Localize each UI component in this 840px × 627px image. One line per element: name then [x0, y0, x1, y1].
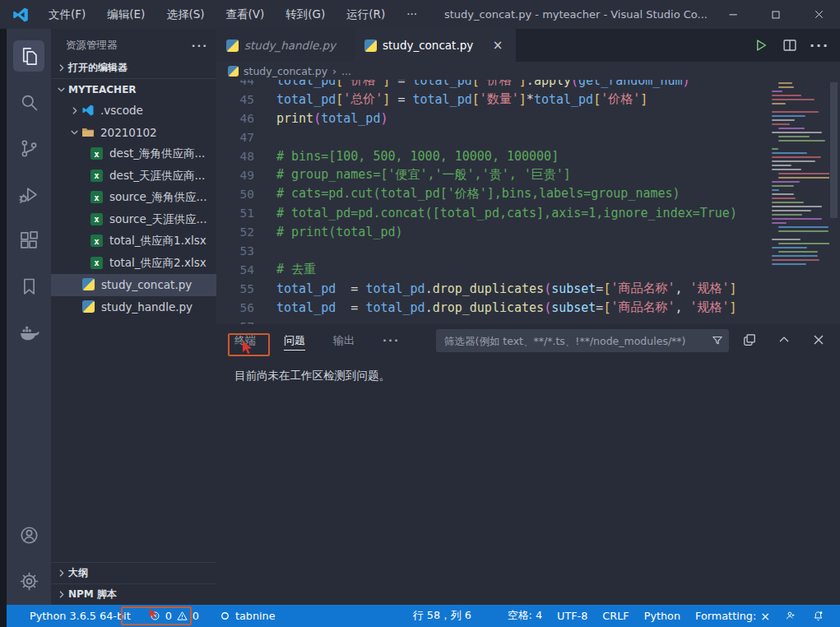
code-line: 57: [216, 317, 769, 324]
section-npm-scripts[interactable]: NPM 脚本: [51, 583, 216, 605]
section-outline[interactable]: 大纲: [51, 562, 216, 583]
run-button[interactable]: [748, 33, 773, 58]
tab-study-concat[interactable]: study_concat.py ×: [355, 29, 516, 62]
tree-item[interactable]: xdest_天涯供应商...: [51, 165, 216, 188]
panel-more-tabs-icon[interactable]: ···: [383, 324, 400, 357]
run-debug-icon[interactable]: [10, 175, 48, 213]
menu-more[interactable]: ···: [396, 0, 428, 29]
tree-item[interactable]: 20210102: [51, 122, 216, 144]
source-control-icon[interactable]: [10, 129, 48, 167]
menu-bar: 文件(F) 编辑(E) 选择(S) 查看(V) 转到(G) 运行(R) ···: [38, 0, 428, 29]
language-status[interactable]: Python: [637, 605, 688, 627]
docker-icon[interactable]: [10, 314, 48, 351]
minimap-line: [772, 255, 818, 257]
tree-item-label: source_天涯供应...: [109, 212, 207, 227]
code-token: # 去重: [276, 262, 316, 277]
python-interpreter-status[interactable]: Python 3.6.5 64-bit: [23, 605, 137, 627]
search-icon[interactable]: [10, 83, 48, 121]
minimap[interactable]: [769, 80, 829, 321]
extensions-icon[interactable]: [10, 221, 48, 259]
more-actions-icon[interactable]: ···: [807, 33, 832, 58]
code-token: ]: [640, 92, 647, 107]
menu-file[interactable]: 文件(F): [38, 0, 96, 29]
minimap-line: [772, 276, 829, 277]
code-token: total_pd: [276, 92, 336, 107]
code-token: '价格': [601, 91, 640, 107]
tab-study-handle[interactable]: study_handle.py: [216, 29, 355, 62]
code-token: total_pd: [276, 80, 336, 88]
tab-close-icon[interactable]: ×: [490, 38, 506, 53]
minimap-line: [778, 251, 818, 253]
panel-tab-problems[interactable]: 问题: [284, 324, 305, 357]
panel-tab-output[interactable]: 输出: [333, 324, 355, 357]
menu-selection[interactable]: 选择(S): [155, 0, 215, 29]
tree-item[interactable]: xdest_海角供应商...: [51, 143, 216, 165]
tree-item[interactable]: xtotal_供应商2.xlsx: [51, 253, 216, 275]
eol-status[interactable]: CRLF: [595, 605, 636, 627]
minimap-line: [778, 140, 825, 142]
menu-run[interactable]: 运行(R): [336, 0, 396, 29]
excel-icon: x: [90, 213, 104, 226]
minimap-line: [772, 280, 829, 281]
tree-item[interactable]: .vscode: [51, 100, 216, 122]
notifications-bell-icon[interactable]: [805, 605, 832, 627]
close-button[interactable]: [797, 0, 840, 29]
section-root-folder[interactable]: MYTEACHER: [51, 78, 216, 100]
breadcrumb[interactable]: study_concat.py › ...: [216, 62, 840, 80]
code-line: 44total_pd['价格'] = total_pd['价格'].apply(…: [216, 80, 769, 90]
minimap-line: [772, 144, 829, 146]
encoding-status[interactable]: UTF-8: [550, 605, 595, 627]
panel-tab-terminal[interactable]: 终端: [234, 324, 256, 357]
indentation-status[interactable]: 空格: 4: [500, 605, 550, 627]
sidebar-more-actions[interactable]: ···: [192, 39, 208, 52]
tree-item[interactable]: study_concat.py: [51, 274, 216, 296]
code-token: print: [276, 111, 313, 126]
section-open-editors[interactable]: 打开的编辑器: [51, 57, 216, 78]
excel-icon: x: [90, 235, 104, 248]
tree-item[interactable]: xsource_海角供应...: [51, 187, 216, 209]
status-left-strip: [0, 605, 7, 627]
minimap-line: [772, 300, 829, 302]
split-editor-icon[interactable]: [777, 33, 802, 58]
tabnine-status[interactable]: tabnine: [212, 605, 282, 627]
tree-item[interactable]: xsource_天涯供应...: [51, 209, 216, 231]
left-edge-strip: [0, 29, 7, 627]
formatting-status[interactable]: Formatting: ×: [688, 605, 777, 627]
code-token: '规格': [690, 300, 730, 315]
editor-scrollbar[interactable]: [830, 82, 838, 218]
problems-status[interactable]: 0 0: [142, 605, 206, 627]
breadcrumb-file[interactable]: study_concat.py: [244, 65, 327, 77]
sidebar-title: 资源管理器: [66, 39, 118, 53]
code-token: ]: [383, 92, 390, 107]
files-icon[interactable]: [10, 37, 48, 75]
code-token: '价格': [343, 80, 383, 88]
code-editor[interactable]: 44total_pd['价格'] = total_pd['价格'].apply(…: [216, 80, 769, 324]
tree-item[interactable]: xtotal_供应商1.xlsx: [51, 230, 216, 253]
maximize-button[interactable]: [754, 0, 797, 29]
tree-item[interactable]: study_handle.py: [51, 296, 216, 318]
problems-filter[interactable]: [436, 329, 729, 352]
code-token: total_pd: [321, 111, 380, 126]
panel-maximize-icon[interactable]: [773, 328, 796, 351]
filter-input[interactable]: [436, 335, 706, 347]
menu-goto[interactable]: 转到(G): [275, 0, 336, 29]
bookmarks-icon[interactable]: [10, 267, 48, 305]
filter-funnel-icon[interactable]: [706, 331, 729, 351]
account-icon[interactable]: [10, 516, 48, 554]
panel-view-mode-icon[interactable]: [738, 328, 761, 351]
code-token: # cats=pd.cut(total_pd['价格'],bins,labels…: [276, 186, 680, 202]
menu-view[interactable]: 查看(V): [216, 0, 276, 29]
breadcrumb-ellipsis[interactable]: ...: [341, 65, 351, 77]
minimap-line: [772, 152, 807, 154]
minimap-line: [778, 177, 829, 179]
tree-item-label: total_供应商2.xlsx: [109, 256, 207, 271]
settings-gear-icon[interactable]: [10, 562, 48, 600]
code-token: '商品名称': [610, 281, 675, 296]
cursor-position-status[interactable]: 行 58，列 6: [406, 605, 479, 627]
minimap-line: [772, 267, 829, 269]
feedback-icon[interactable]: [777, 605, 805, 627]
panel-close-icon[interactable]: [807, 328, 830, 351]
code-token: [: [603, 300, 610, 315]
minimize-button[interactable]: [712, 0, 754, 29]
menu-edit[interactable]: 编辑(E): [96, 0, 155, 29]
